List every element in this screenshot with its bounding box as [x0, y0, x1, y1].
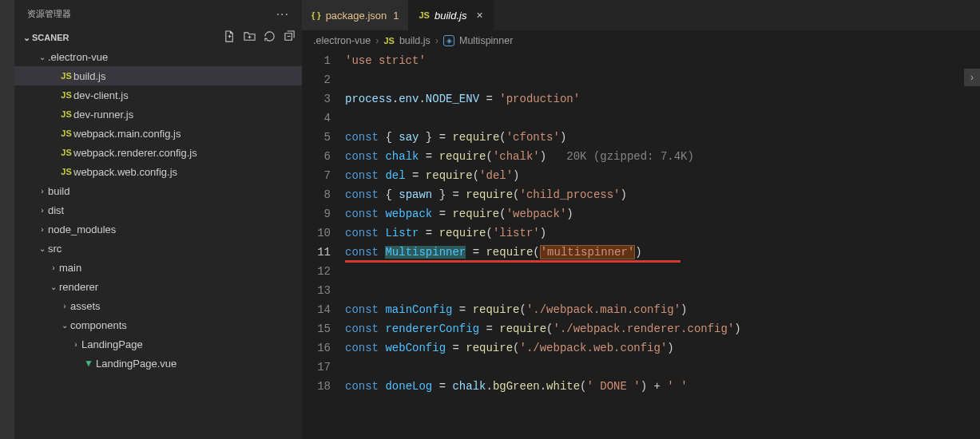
- tree-file[interactable]: JSwebpack.web.config.js: [14, 162, 302, 181]
- explorer-sidebar: 资源管理器 ··· ⌄ SCANER ⌄.electron-vueJSbuild…: [14, 0, 302, 439]
- tree-folder[interactable]: ⌄.electron-vue: [14, 47, 302, 66]
- breadcrumb-file[interactable]: build.js: [399, 35, 430, 46]
- line-number: 1: [302, 51, 331, 70]
- folder-label: .electron-vue: [48, 51, 108, 63]
- code-line[interactable]: const Multispinner = require('multispinn…: [345, 243, 980, 262]
- code-line[interactable]: const doneLog = chalk.bgGreen.white(' DO…: [345, 377, 980, 396]
- tree-folder[interactable]: ⌄components: [14, 315, 302, 334]
- tree-folder[interactable]: ›assets: [14, 296, 302, 315]
- chevron-right-icon: ›: [70, 340, 81, 349]
- chevron-right-icon: ›: [37, 225, 48, 234]
- folder-label: main: [59, 262, 81, 274]
- activity-bar[interactable]: [0, 0, 14, 439]
- file-label: webpack.main.config.js: [73, 128, 181, 140]
- code-line[interactable]: const { say } = require('cfonts'): [345, 128, 980, 147]
- code-line[interactable]: const { spawn } = require('child_process…: [345, 185, 980, 204]
- tree-folder[interactable]: ›dist: [14, 200, 302, 220]
- new-folder-icon[interactable]: [244, 30, 256, 45]
- tree-folder[interactable]: ⌄renderer: [14, 277, 302, 296]
- folder-label: node_modules: [48, 223, 116, 235]
- file-label: webpack.renderer.config.js: [73, 147, 197, 159]
- tree-file[interactable]: JSdev-runner.js: [14, 105, 302, 124]
- json-file-icon: { }: [311, 10, 321, 20]
- code-editor[interactable]: 123456789101112131415161718 'use strict'…: [302, 51, 980, 439]
- section-title: SCANER: [32, 33, 69, 42]
- folder-label: assets: [70, 300, 101, 312]
- chevron-right-icon: ›: [59, 302, 70, 310]
- code-line[interactable]: process.env.NODE_ENV = 'production': [345, 89, 980, 109]
- editor-area: { }package.json1JSbuild.js× .electron-vu…: [302, 0, 980, 439]
- code-line[interactable]: [345, 281, 980, 300]
- chevron-down-icon: ⌄: [37, 244, 48, 253]
- refresh-icon[interactable]: [264, 30, 276, 45]
- js-file-icon: JS: [59, 129, 73, 138]
- annotation-underline: [345, 260, 680, 263]
- editor-tab[interactable]: JSbuild.js×: [409, 0, 493, 30]
- tree-folder[interactable]: ›node_modules: [14, 220, 302, 239]
- line-number: 4: [302, 109, 331, 128]
- chevron-down-icon: ⌄: [21, 33, 32, 43]
- file-label: LandingPage.vue: [96, 358, 177, 370]
- code-line[interactable]: const mainConfig = require('./webpack.ma…: [345, 300, 980, 319]
- js-file-icon: JS: [59, 148, 73, 157]
- expand-panel-icon[interactable]: ›: [964, 69, 980, 86]
- line-number: 16: [302, 338, 331, 358]
- code-line[interactable]: [345, 262, 980, 281]
- code-line[interactable]: const rendererConfig = require('./webpac…: [345, 319, 980, 338]
- file-label: webpack.web.config.js: [73, 166, 177, 178]
- breadcrumbs[interactable]: .electron-vue › JS build.js › ◈ Multispi…: [302, 30, 980, 51]
- file-label: dev-runner.js: [73, 109, 133, 121]
- line-number: 2: [302, 70, 331, 89]
- line-number: 18: [302, 377, 331, 396]
- sidebar-title: 资源管理器: [27, 8, 71, 20]
- chevron-down-icon: ⌄: [48, 283, 59, 291]
- line-number: 8: [302, 185, 331, 204]
- chevron-right-icon: ›: [375, 35, 379, 46]
- file-label: dev-client.js: [73, 89, 129, 101]
- tree-folder[interactable]: ›LandingPage: [14, 334, 302, 354]
- search-highlight: 'multispinner': [540, 245, 636, 259]
- tree-file[interactable]: JSwebpack.main.config.js: [14, 124, 302, 143]
- code-line[interactable]: [345, 70, 980, 89]
- code-line[interactable]: [345, 109, 980, 128]
- folder-label: build: [48, 185, 69, 197]
- tree-folder[interactable]: ⌄src: [14, 239, 302, 258]
- code-line[interactable]: 'use strict': [345, 51, 980, 70]
- code-line[interactable]: [345, 358, 980, 377]
- close-icon[interactable]: ×: [476, 9, 482, 22]
- tree-file[interactable]: JSdev-client.js: [14, 85, 302, 105]
- editor-tab[interactable]: { }package.json1: [302, 0, 409, 30]
- js-file-icon: JS: [383, 36, 394, 45]
- code-line[interactable]: const chalk = require('chalk') 20K (gzip…: [345, 147, 980, 166]
- breadcrumb-folder[interactable]: .electron-vue: [313, 35, 371, 46]
- folder-label: dist: [48, 204, 64, 216]
- chevron-right-icon: ›: [37, 206, 48, 215]
- chevron-right-icon: ›: [48, 263, 59, 272]
- breadcrumb-symbol[interactable]: Multispinner: [459, 35, 513, 46]
- tree-file[interactable]: ▼LandingPage.vue: [14, 354, 302, 373]
- tree-file[interactable]: JSbuild.js: [14, 66, 302, 85]
- code-line[interactable]: const webConfig = require('./webpack.web…: [345, 338, 980, 358]
- new-file-icon[interactable]: [224, 30, 236, 45]
- line-number: 3: [302, 89, 331, 109]
- tree-folder[interactable]: ›build: [14, 181, 302, 200]
- line-number: 12: [302, 262, 331, 281]
- code-content[interactable]: 'use strict'process.env.NODE_ENV = 'prod…: [345, 51, 980, 439]
- line-number: 11: [302, 243, 331, 262]
- sidebar-header: 资源管理器 ···: [14, 0, 302, 28]
- code-line[interactable]: const Listr = require('listr'): [345, 223, 980, 243]
- js-file-icon: JS: [59, 167, 73, 176]
- folder-label: renderer: [59, 281, 98, 293]
- chevron-right-icon: ›: [37, 187, 48, 196]
- tree-folder[interactable]: ›main: [14, 258, 302, 277]
- more-actions-icon[interactable]: ···: [276, 7, 289, 22]
- collapse-all-icon[interactable]: [284, 30, 296, 45]
- code-line[interactable]: const del = require('del'): [345, 166, 980, 185]
- tree-file[interactable]: JSwebpack.renderer.config.js: [14, 143, 302, 162]
- line-gutter: 123456789101112131415161718: [302, 51, 345, 439]
- js-file-icon: JS: [59, 90, 73, 100]
- code-line[interactable]: const webpack = require('webpack'): [345, 204, 980, 223]
- chevron-down-icon: ⌄: [59, 321, 70, 330]
- section-header[interactable]: ⌄ SCANER: [14, 28, 302, 47]
- js-file-icon: JS: [59, 109, 73, 119]
